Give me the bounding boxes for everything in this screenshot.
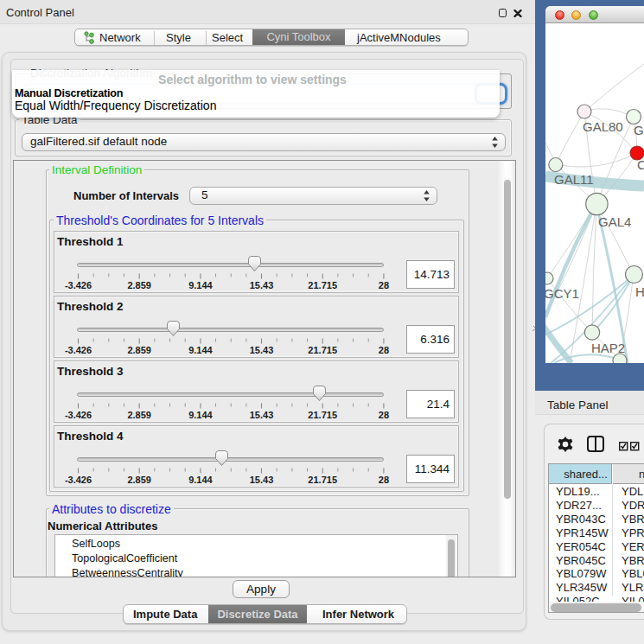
svg-text:HAP2: HAP2 xyxy=(591,341,625,355)
svg-text:C: C xyxy=(637,157,644,172)
svg-text:GAL11: GAL11 xyxy=(554,172,594,187)
svg-text:GAL4: GAL4 xyxy=(598,214,631,229)
svg-text:GAL80: GAL80 xyxy=(583,119,623,134)
svg-text:H: H xyxy=(635,284,644,299)
svg-text:GCY1: GCY1 xyxy=(545,286,579,301)
svg-text:GA: GA xyxy=(634,123,644,137)
